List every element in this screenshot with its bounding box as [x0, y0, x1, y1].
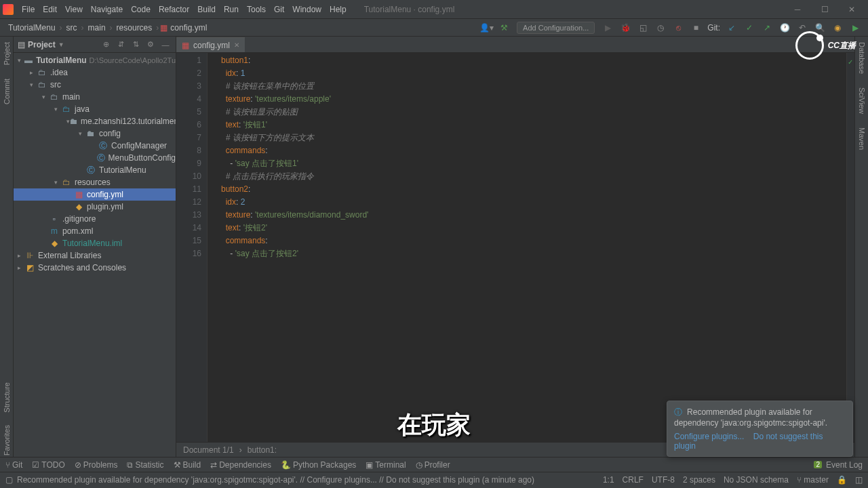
vcs-history-icon[interactable]: 🕐: [777, 20, 792, 35]
menu-navigate[interactable]: Navigate: [87, 2, 127, 17]
add-configuration-dropdown[interactable]: Add Configuration...: [517, 22, 595, 34]
chevron-down-icon[interactable]: ▼: [58, 41, 64, 48]
expand-all-icon[interactable]: ⇵: [115, 39, 127, 51]
tree-src[interactable]: src: [50, 80, 61, 89]
tree-external-libraries[interactable]: External Libraries: [38, 251, 101, 260]
maximize-icon[interactable]: ☐: [811, 0, 838, 19]
menu-window[interactable]: Window: [288, 2, 326, 17]
caret-position[interactable]: 1:1: [603, 475, 614, 485]
toolstrip-favorites[interactable]: Favorites: [3, 422, 11, 458]
vcs-rollback-icon[interactable]: ↶: [795, 20, 810, 35]
tree-pom[interactable]: pom.xml: [62, 226, 93, 236]
indent-setting[interactable]: 2 spaces: [683, 475, 715, 485]
menu-run[interactable]: Run: [220, 2, 243, 17]
vcs-commit-icon[interactable]: ✓: [742, 20, 757, 35]
tab-config-yml[interactable]: ▦ config.yml ✕: [176, 37, 245, 52]
search-icon[interactable]: 🔍: [812, 20, 827, 35]
attach-icon[interactable]: ⎋: [671, 20, 686, 35]
menu-file[interactable]: File: [18, 2, 39, 17]
lock-icon[interactable]: 🔒: [837, 475, 847, 485]
toolstrip-maven[interactable]: Maven: [858, 125, 866, 152]
user-icon[interactable]: 👤▾: [479, 20, 494, 35]
toolstrip-sciview[interactable]: SciView: [858, 85, 866, 117]
tree-package[interactable]: me.zhanshi123.tutorialmenu: [81, 117, 176, 126]
menu-build[interactable]: Build: [193, 2, 220, 17]
file-encoding[interactable]: UTF-8: [652, 475, 675, 485]
vcs-push-icon[interactable]: ↗: [760, 20, 774, 35]
tree-plugin-yml[interactable]: plugin.yml: [87, 202, 123, 211]
tree-idea[interactable]: .idea: [50, 68, 68, 77]
hide-icon[interactable]: —: [159, 39, 172, 51]
menu-tools[interactable]: Tools: [243, 2, 270, 17]
menu-refactor[interactable]: Refactor: [155, 2, 193, 17]
tree-tutorial-menu[interactable]: TutorialMenu: [99, 165, 146, 175]
tree-config-pkg[interactable]: config: [99, 129, 121, 138]
info-icon: ⓘ: [674, 407, 682, 417]
project-tree[interactable]: ▾▬TutorialMenuD:\SourceCode\Apollo2Tu ▸🗀…: [14, 53, 176, 457]
tw-todo[interactable]: ☑TODO: [32, 460, 64, 470]
configure-plugins-link[interactable]: Configure plugins...: [674, 432, 744, 441]
collapse-all-icon[interactable]: ⇅: [130, 39, 142, 51]
tree-config-yml[interactable]: config.yml: [87, 190, 123, 199]
line-separator[interactable]: CRLF: [623, 475, 644, 485]
tw-statistic[interactable]: ⧉Statistic: [127, 460, 163, 470]
breadcrumb-file[interactable]: config.yml: [167, 23, 210, 33]
tree-root[interactable]: TutorialMenu: [36, 56, 86, 65]
editor-gutter[interactable]: 12345678910111213141516: [176, 53, 208, 442]
tw-terminal[interactable]: ▣Terminal: [366, 460, 406, 470]
tree-config-manager[interactable]: ConfigManager: [111, 141, 167, 150]
navigation-bar: TutorialMenu› src› main› resources› ▦ co…: [0, 19, 868, 37]
breadcrumb-main[interactable]: main: [85, 23, 108, 33]
tree-main[interactable]: main: [62, 92, 80, 102]
close-icon[interactable]: ✕: [838, 0, 865, 19]
breadcrumb-project[interactable]: TutorialMenu: [5, 23, 58, 33]
toolstrip-commit[interactable]: Commit: [3, 76, 11, 107]
ide-plugin-icon[interactable]: ▶: [848, 20, 863, 35]
menu-help[interactable]: Help: [326, 2, 351, 17]
build-hammer-icon[interactable]: ⚒: [496, 20, 511, 35]
tw-problems[interactable]: ⊘Problems: [75, 460, 118, 470]
status-hide-icon[interactable]: ▢: [5, 475, 13, 485]
gear-icon[interactable]: ⚙: [144, 39, 157, 51]
minimize-icon[interactable]: ─: [784, 0, 811, 19]
json-schema[interactable]: No JSON schema: [724, 475, 789, 485]
vcs-update-icon[interactable]: ↙: [724, 20, 739, 35]
tw-build[interactable]: ⚒Build: [174, 460, 201, 470]
breadcrumb-src[interactable]: src: [64, 23, 80, 33]
tree-menu-button-config[interactable]: MenuButtonConfig: [108, 153, 176, 163]
editor-scrollbar[interactable]: ✓: [846, 53, 854, 442]
tree-resources[interactable]: resources: [75, 178, 111, 187]
git-branch[interactable]: ⑂ master: [797, 475, 829, 485]
debug-icon[interactable]: 🐞: [618, 20, 633, 35]
structure-path[interactable]: button1:: [248, 445, 277, 455]
tree-java[interactable]: java: [75, 104, 90, 114]
tw-profiler[interactable]: ◷Profiler: [416, 460, 450, 470]
menu-code[interactable]: Code: [127, 2, 155, 17]
toolstrip-structure[interactable]: Structure: [3, 380, 11, 415]
tw-git[interactable]: ⑂Git: [5, 460, 22, 470]
menu-git[interactable]: Git: [270, 2, 288, 17]
fold-column[interactable]: [208, 53, 217, 442]
tw-python-packages[interactable]: 🐍Python Packages: [281, 460, 356, 470]
toolstrip-database[interactable]: Database: [858, 39, 866, 77]
tree-gitignore[interactable]: .gitignore: [62, 214, 96, 224]
coverage-icon[interactable]: ◱: [635, 20, 650, 35]
toolstrip-project[interactable]: Project: [3, 39, 11, 68]
tree-scratches[interactable]: Scratches and Consoles: [38, 263, 126, 272]
tw-dependencies[interactable]: ⇄Dependencies: [210, 460, 271, 470]
menu-edit[interactable]: Edit: [39, 2, 61, 17]
bottom-tool-windows: ⑂Git ☑TODO ⊘Problems ⧉Statistic ⚒Build ⇄…: [0, 457, 868, 472]
ide-settings-icon[interactable]: ◉: [830, 20, 845, 35]
project-panel-title[interactable]: Project: [28, 40, 56, 49]
code-area[interactable]: button1: idx: 1 # 该按钮在菜单中的位置 texture: 't…: [217, 53, 846, 442]
tw-event-log[interactable]: 2Event Log: [814, 460, 863, 470]
menu-view[interactable]: View: [61, 2, 87, 17]
profile-icon[interactable]: ◷: [653, 20, 668, 35]
breadcrumb-resources[interactable]: resources: [114, 23, 155, 33]
stop-icon[interactable]: ■: [688, 20, 703, 35]
locate-icon[interactable]: ⊕: [100, 39, 112, 51]
tab-close-icon[interactable]: ✕: [234, 41, 239, 49]
tree-iml[interactable]: TutorialMenu.iml: [62, 239, 122, 248]
run-icon[interactable]: ▶: [600, 20, 615, 35]
memory-indicator-icon[interactable]: ◫: [855, 475, 863, 485]
